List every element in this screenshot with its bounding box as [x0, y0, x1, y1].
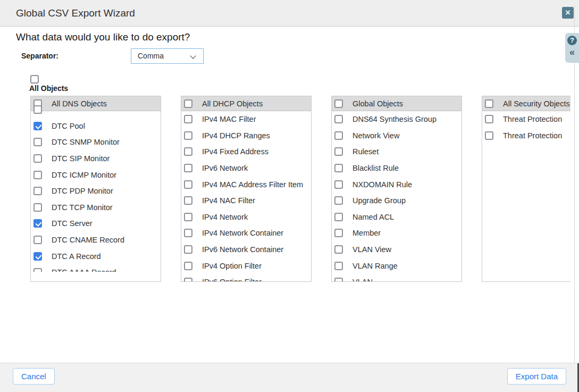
collapse-panel-button[interactable]: «	[565, 47, 579, 57]
object-list: All DHCP Objects IPv4 MAC FilterIPv4 DHC…	[181, 96, 312, 282]
list-item: DTC A Record	[31, 248, 161, 264]
list-item: Upgrade Group	[332, 193, 461, 209]
item-checkbox[interactable]	[33, 122, 42, 130]
object-list: All Security Objects Threat ProtectionTh…	[482, 96, 570, 282]
item-checkbox[interactable]	[184, 278, 192, 281]
export-data-button[interactable]: Export Data	[507, 368, 566, 385]
item-checkbox[interactable]	[334, 262, 343, 270]
help-button[interactable]: ?	[567, 36, 577, 45]
item-checkbox[interactable]	[33, 268, 42, 272]
item-checkbox[interactable]	[334, 131, 343, 140]
list-item: Named ACL	[332, 209, 461, 226]
item-label: Upgrade Group	[353, 196, 406, 205]
close-icon: ×	[565, 8, 570, 17]
item-label: DTC AAAA Record	[52, 268, 116, 272]
item-checkbox[interactable]	[33, 171, 42, 179]
all-objects-label: All Objects	[29, 84, 68, 93]
item-label: IPv6 Network Container	[202, 245, 283, 254]
item-checkbox[interactable]	[184, 229, 192, 237]
item-checkbox[interactable]	[184, 245, 192, 254]
item-checkbox[interactable]	[184, 115, 192, 123]
item-checkbox[interactable]	[184, 180, 192, 189]
item-checkbox[interactable]	[334, 245, 343, 254]
separator-select[interactable]: Comma	[131, 48, 204, 64]
item-checkbox[interactable]	[184, 213, 192, 221]
item-label: NXDOMAIN Rule	[353, 180, 412, 189]
group-checkbox[interactable]	[334, 99, 343, 108]
separator-label: Separator:	[21, 52, 58, 60]
list-item: VLAN Range	[332, 257, 461, 274]
item-label: IPv4 Fixed Address	[202, 147, 268, 156]
item-label: IPv6 Option Filter	[202, 278, 262, 281]
list-item: IPv4 DHCP Ranges	[181, 128, 311, 144]
item-label: Ruleset	[353, 147, 379, 156]
list-item: Network View	[332, 128, 461, 144]
group-checkbox[interactable]	[485, 99, 493, 108]
list-item: DTC SIP Monitor	[31, 151, 161, 167]
list-item: DTC SNMP Monitor	[31, 134, 161, 151]
list-body[interactable]: DTC PoolDTC SNMP MonitorDTC SIP MonitorD…	[31, 102, 161, 272]
item-checkbox[interactable]	[33, 105, 42, 114]
item-checkbox[interactable]	[184, 147, 192, 156]
item-checkbox[interactable]	[334, 180, 343, 189]
list-item: Ruleset	[332, 144, 461, 160]
item-checkbox[interactable]	[33, 154, 42, 163]
list-item: Threat Protection	[482, 128, 570, 144]
close-button[interactable]: ×	[562, 7, 574, 19]
item-label: VLAN View	[353, 245, 391, 254]
object-list-header: All DHCP Objects	[181, 96, 311, 111]
item-checkbox[interactable]	[334, 115, 343, 123]
list-item: IPv4 MAC Address Filter Item	[181, 176, 311, 193]
item-checkbox[interactable]	[184, 131, 192, 140]
item-checkbox[interactable]	[334, 147, 343, 156]
item-checkbox[interactable]	[33, 219, 42, 228]
item-checkbox[interactable]	[334, 196, 343, 205]
item-checkbox[interactable]	[334, 164, 343, 172]
item-label: IPv4 Network Container	[202, 229, 283, 237]
item-label: IPv4 MAC Filter	[202, 115, 256, 123]
item-checkbox[interactable]	[184, 262, 192, 270]
list-body[interactable]: Threat ProtectionThreat Protection	[482, 111, 570, 281]
side-panel: ? «	[565, 33, 579, 63]
item-checkbox[interactable]	[33, 236, 42, 244]
object-columns: All DNS Objects DTC PoolDTC SNMP Monitor…	[0, 96, 570, 282]
item-label: Threat Protection	[503, 115, 562, 123]
list-item: VLAN	[332, 274, 461, 281]
item-label: Named ACL	[353, 213, 394, 221]
chevron-down-icon	[190, 53, 196, 59]
item-label: DTC A Record	[52, 252, 101, 261]
item-checkbox[interactable]	[334, 229, 343, 237]
help-icon: ?	[570, 36, 574, 44]
group-checkbox[interactable]	[184, 99, 192, 108]
object-list: Global Objects DNS64 Synthesis GroupNetw…	[331, 96, 462, 282]
item-checkbox[interactable]	[334, 213, 343, 221]
all-objects-checkbox[interactable]	[30, 75, 39, 84]
item-checkbox[interactable]	[485, 115, 493, 123]
item-checkbox[interactable]	[33, 138, 42, 146]
item-label: VLAN	[353, 278, 373, 281]
item-label: DTC PDP Monitor	[52, 187, 113, 195]
item-checkbox[interactable]	[334, 278, 343, 281]
item-checkbox[interactable]	[184, 164, 192, 172]
list-item: IPv4 Fixed Address	[181, 144, 311, 160]
list-item: Threat Protection	[482, 111, 570, 128]
group-label: All DHCP Objects	[202, 99, 263, 108]
item-checkbox[interactable]	[33, 252, 42, 261]
item-checkbox[interactable]	[485, 131, 493, 140]
cancel-button[interactable]: Cancel	[13, 368, 55, 385]
item-checkbox[interactable]	[33, 187, 42, 195]
list-item: DTC AAAA Record	[31, 264, 161, 272]
dialog-title: Global CSV Export Wizard	[16, 0, 135, 27]
group-label: All Security Objects	[503, 99, 570, 108]
item-label: Threat Protection	[503, 131, 562, 140]
item-label: DNS64 Synthesis Group	[353, 115, 437, 123]
item-checkbox[interactable]	[184, 196, 192, 205]
list-item	[31, 102, 161, 118]
list-item: NXDOMAIN Rule	[332, 176, 461, 193]
list-body[interactable]: DNS64 Synthesis GroupNetwork ViewRuleset…	[332, 111, 461, 281]
page-title: What data would you like to do export?	[16, 31, 190, 43]
list-item: IPv6 Network Container	[181, 241, 311, 258]
list-body[interactable]: IPv4 MAC FilterIPv4 DHCP RangesIPv4 Fixe…	[181, 111, 311, 281]
item-label: VLAN Range	[353, 262, 398, 270]
item-checkbox[interactable]	[33, 203, 42, 212]
